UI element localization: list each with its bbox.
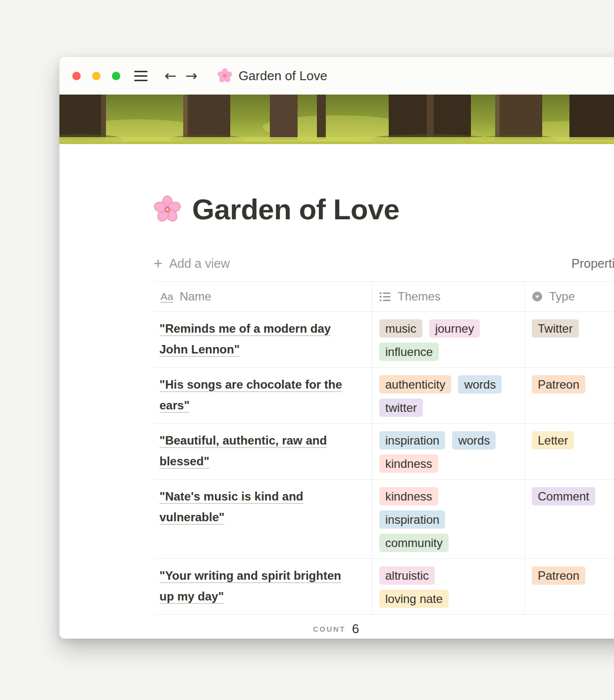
row-themes-cell[interactable]: inspirationwordskindness [372,424,525,479]
row-name-wrap: "Beautiful, authentic, raw and blessed" [159,430,358,472]
theme-tag[interactable]: loving nate [379,590,449,608]
app-window: ← → Garden of Love [59,57,614,639]
theme-tag[interactable]: kindness [379,454,438,473]
titlebar: ← → Garden of Love [59,57,614,95]
theme-tag[interactable]: journey [429,319,480,338]
column-header-themes[interactable]: Themes [372,282,525,311]
column-header-type[interactable]: Type [525,282,614,311]
row-name-wrap: "Reminds me of a modern day John Lennon" [159,318,358,360]
row-themes-cell[interactable]: altruisticloving nate [372,559,525,614]
row-name-wrap: "Nate's music is kind and vulnerable" [159,486,358,528]
row-title[interactable]: "Beautiful, authentic, raw and blessed" [159,434,327,468]
type-tag[interactable]: Letter [532,431,574,450]
row-name-wrap: "Your writing and spirit brighten up my … [159,565,358,607]
theme-tag[interactable]: words [452,431,496,450]
table-row: "Nate's music is kind and vulnerable"kin… [154,480,614,559]
theme-tag[interactable]: authenticity [379,375,451,394]
row-themes-cell[interactable]: kindnessinspirationcommunity [372,480,525,558]
theme-tags: authenticitywordstwitter [379,374,504,417]
column-label-type: Type [549,290,575,303]
row-name-cell[interactable]: "His songs are chocolate for the ears" [154,368,372,423]
type-tag-wrap: Twitter [532,318,614,338]
page-header: Garden of Love [154,193,614,226]
minimize-button[interactable] [92,72,101,80]
theme-tag[interactable]: kindness [379,487,438,505]
theme-tags: inspirationwordskindness [379,430,504,473]
add-view-button[interactable]: + Add a view [154,255,230,271]
window-title: Garden of Love [239,68,327,84]
type-tag-wrap: Comment [532,486,614,505]
type-tag[interactable]: Comment [532,487,595,505]
theme-tag[interactable]: words [458,375,502,394]
row-name-cell[interactable]: "Your writing and spirit brighten up my … [154,559,372,614]
row-type-cell[interactable]: Patreon [525,559,614,614]
theme-tag[interactable]: twitter [379,399,423,417]
table-footer[interactable]: COUNT 6 [154,615,614,639]
blossom-emoji-icon [217,68,232,83]
database-table: Aa Name Themes [154,281,614,639]
row-name-cell[interactable]: "Reminds me of a modern day John Lennon" [154,312,372,367]
row-type-cell[interactable]: Twitter [525,312,614,367]
table-body: "Reminds me of a modern day John Lennon"… [154,312,614,615]
title-property-icon: Aa [160,291,173,302]
row-title[interactable]: "His songs are chocolate for the ears" [159,378,342,412]
table-row: "Beautiful, authentic, raw and blessed"i… [154,424,614,480]
traffic-lights [72,72,120,80]
row-name-cell[interactable]: "Nate's music is kind and vulnerable" [154,480,372,558]
list-icon [379,292,391,302]
type-tag-wrap: Letter [532,430,614,450]
table-row: "His songs are chocolate for the ears"au… [154,368,614,424]
close-button[interactable] [72,72,81,80]
column-label-themes: Themes [398,290,441,303]
type-tag[interactable]: Twitter [532,319,579,338]
row-type-cell[interactable]: Letter [525,424,614,479]
page-title[interactable]: Garden of Love [192,193,399,226]
view-toolbar: + Add a view Properties [154,255,614,271]
table-row: "Your writing and spirit brighten up my … [154,559,614,615]
column-label-name: Name [180,290,211,303]
type-tag[interactable]: Patreon [532,566,585,585]
row-type-cell[interactable]: Patreon [525,368,614,423]
theme-tag[interactable]: community [379,534,449,552]
add-view-label: Add a view [169,256,230,271]
count-label: COUNT [313,625,346,633]
back-icon[interactable]: ← [164,69,176,83]
menu-icon[interactable] [134,71,148,81]
count-value: 6 [352,621,359,637]
row-name-cell[interactable]: "Beautiful, authentic, raw and blessed" [154,424,372,479]
theme-tag[interactable]: inspiration [379,510,445,529]
select-icon [532,291,543,302]
theme-tag[interactable]: altruistic [379,566,435,585]
table-row: "Reminds me of a modern day John Lennon"… [154,312,614,368]
type-tag-wrap: Patreon [532,565,614,585]
row-name-wrap: "His songs are chocolate for the ears" [159,374,358,416]
zoom-button[interactable] [112,72,120,80]
type-tag-wrap: Patreon [532,374,614,394]
row-type-cell[interactable]: Comment [525,480,614,558]
forward-icon[interactable]: → [185,69,197,83]
theme-tag[interactable]: inspiration [379,431,445,450]
theme-tags: musicjourneyinfluence [379,318,504,361]
row-title[interactable]: "Reminds me of a modern day John Lennon" [159,322,331,356]
column-header-name[interactable]: Aa Name [154,282,372,311]
theme-tags: altruisticloving nate [379,565,504,608]
type-tag[interactable]: Patreon [532,375,585,394]
theme-tags: kindnessinspirationcommunity [379,486,504,552]
cover-image[interactable] [59,95,614,144]
row-themes-cell[interactable]: authenticitywordstwitter [372,368,525,423]
plus-icon: + [154,255,163,271]
row-title[interactable]: "Nate's music is kind and vulnerable" [159,490,304,524]
table-header: Aa Name Themes [154,281,614,312]
row-themes-cell[interactable]: musicjourneyinfluence [372,312,525,367]
properties-button[interactable]: Properties [571,256,614,271]
page-content: Garden of Love + Add a view Properties A… [59,193,614,639]
page-emoji-icon[interactable] [154,196,181,223]
theme-tag[interactable]: music [379,319,422,338]
theme-tag[interactable]: influence [379,343,439,361]
row-title[interactable]: "Your writing and spirit brighten up my … [159,569,341,603]
